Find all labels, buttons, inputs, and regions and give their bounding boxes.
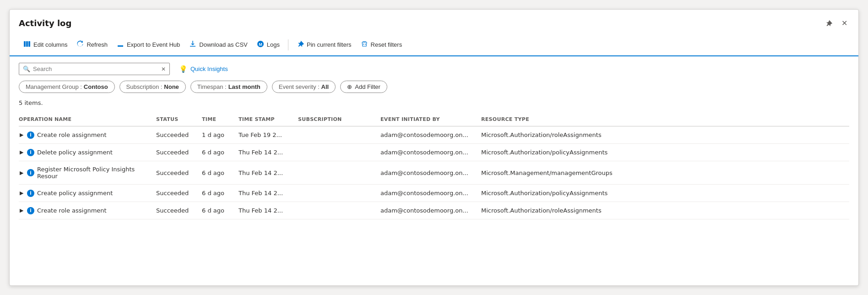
columns-icon <box>23 40 31 49</box>
cell-initiatedby: adam@contosodemoorg.on... <box>380 202 481 219</box>
cell-subscription <box>298 185 380 202</box>
cell-initiatedby: adam@contosodemoorg.on... <box>380 161 481 185</box>
cell-time: 1 d ago <box>202 126 239 144</box>
cell-status: Succeeded <box>156 144 202 161</box>
cell-time: 6 d ago <box>202 144 239 161</box>
download-button[interactable]: Download as CSV <box>184 38 252 52</box>
info-icon: i <box>27 169 34 176</box>
cell-time: 6 d ago <box>202 202 239 219</box>
toolbar: Edit columns Refresh Export to Event Hub… <box>10 35 858 56</box>
svg-rect-0 <box>24 41 26 47</box>
filters-row: Management Group : Contoso Subscription … <box>19 81 849 93</box>
table-row: ▶ i Create role assignment Succeeded 1 d… <box>19 126 849 144</box>
quick-insights-icon: 💡 <box>179 65 188 73</box>
cell-timestamp: Thu Feb 14 2... <box>239 161 298 185</box>
cell-subscription <box>298 126 380 144</box>
expand-row-button[interactable]: ▶ <box>19 207 24 214</box>
cell-opname: ▶ i Register Microsoft Policy Insights R… <box>19 161 156 185</box>
logs-button[interactable]: M Logs <box>252 38 284 52</box>
cell-status: Succeeded <box>156 202 202 219</box>
close-window-button[interactable]: ✕ <box>840 17 849 29</box>
download-icon <box>189 40 196 49</box>
toolbar-divider <box>288 39 288 50</box>
download-label: Download as CSV <box>199 41 248 48</box>
reset-icon <box>361 40 368 49</box>
page-title: Activity log <box>19 18 71 28</box>
expand-row-button[interactable]: ▶ <box>19 169 24 177</box>
filter-management-group[interactable]: Management Group : Contoso <box>19 81 115 93</box>
pin-icon <box>297 40 304 49</box>
search-icon: 🔍 <box>23 66 30 72</box>
cell-timestamp: Tue Feb 19 2... <box>239 126 298 144</box>
info-icon: i <box>27 207 34 214</box>
info-icon: i <box>27 149 34 156</box>
col-header-opname: OPERATION NAME <box>19 113 156 126</box>
cell-resourcetype: Microsoft.Authorization/roleAssignments <box>481 126 849 144</box>
svg-text:M: M <box>259 42 262 47</box>
col-header-initiatedby: EVENT INITIATED BY <box>380 113 481 126</box>
cell-status: Succeeded <box>156 126 202 144</box>
export-label: Export to Event Hub <box>127 41 180 48</box>
filter-value: All <box>321 83 329 90</box>
search-container: 🔍 ✕ <box>19 63 170 75</box>
cell-resourcetype: Microsoft.Authorization/policyAssignment… <box>481 144 849 161</box>
table-header-row: OPERATION NAME STATUS TIME TIME STAMP SU… <box>19 113 849 126</box>
logs-icon: M <box>257 40 264 49</box>
cell-time: 6 d ago <box>202 161 239 185</box>
cell-status: Succeeded <box>156 185 202 202</box>
col-header-status: STATUS <box>156 113 202 126</box>
main-content: 🔍 ✕ 💡 Quick Insights Management Group : … <box>10 56 858 226</box>
col-header-time: TIME <box>202 113 239 126</box>
filter-label: Subscription : <box>126 83 163 90</box>
cell-initiatedby: adam@contosodemoorg.on... <box>380 185 481 202</box>
expand-row-button[interactable]: ▶ <box>19 189 24 197</box>
reset-filters-button[interactable]: Reset filters <box>356 38 407 52</box>
col-header-subscription: SUBSCRIPTION <box>298 113 380 126</box>
search-input[interactable] <box>33 66 161 72</box>
cell-subscription <box>298 161 380 185</box>
cell-subscription <box>298 202 380 219</box>
operation-name: Create policy assignment <box>37 190 113 197</box>
reset-filters-label: Reset filters <box>371 41 402 48</box>
table-row: ▶ i Create policy assignment Succeeded 6… <box>19 185 849 202</box>
refresh-label: Refresh <box>87 41 108 48</box>
cell-resourcetype: Microsoft.Authorization/policyAssignment… <box>481 185 849 202</box>
title-bar: Activity log ✕ <box>10 10 858 35</box>
pin-filters-button[interactable]: Pin current filters <box>292 38 356 52</box>
operation-name: Create role assignment <box>37 131 107 138</box>
expand-row-button[interactable]: ▶ <box>19 148 24 156</box>
cell-resourcetype: Microsoft.Authorization/roleAssignments <box>481 202 849 219</box>
export-button[interactable]: Export to Event Hub <box>112 38 184 52</box>
table-row: ▶ i Delete policy assignment Succeeded 6… <box>19 144 849 161</box>
info-icon: i <box>27 190 34 197</box>
window-controls: ✕ <box>823 17 849 29</box>
cell-timestamp: Thu Feb 14 2... <box>239 144 298 161</box>
filter-value: None <box>164 83 179 90</box>
add-filter-button[interactable]: ⊕ Add Filter <box>340 81 387 93</box>
cell-opname: ▶ i Create role assignment <box>19 202 156 219</box>
activity-log-window: Activity log ✕ Edit columns Refresh <box>9 9 859 286</box>
filter-event-severity[interactable]: Event severity : All <box>272 81 336 93</box>
cell-initiatedby: adam@contosodemoorg.on... <box>380 144 481 161</box>
filter-label: Management Group : <box>26 83 82 90</box>
filter-timespan[interactable]: Timespan : Last month <box>190 81 267 93</box>
cell-time: 6 d ago <box>202 185 239 202</box>
cell-timestamp: Thu Feb 14 2... <box>239 202 298 219</box>
edit-columns-button[interactable]: Edit columns <box>19 38 72 52</box>
clear-search-icon[interactable]: ✕ <box>161 66 166 72</box>
cell-status: Succeeded <box>156 161 202 185</box>
table-row: ▶ i Register Microsoft Policy Insights R… <box>19 161 849 185</box>
pin-window-button[interactable] <box>823 18 834 29</box>
add-filter-label: Add Filter <box>355 83 380 90</box>
edit-columns-label: Edit columns <box>33 41 67 48</box>
info-icon: i <box>27 131 34 139</box>
expand-row-button[interactable]: ▶ <box>19 131 24 139</box>
filter-subscription[interactable]: Subscription : None <box>119 81 186 93</box>
cell-timestamp: Thu Feb 14 2... <box>239 185 298 202</box>
logs-label: Logs <box>267 41 280 48</box>
filter-label: Timespan : <box>197 83 227 90</box>
refresh-button[interactable]: Refresh <box>72 38 112 52</box>
cell-opname: ▶ i Delete policy assignment <box>19 144 156 161</box>
quick-insights-label: Quick Insights <box>190 66 228 72</box>
quick-insights-button[interactable]: 💡 Quick Insights <box>179 65 228 73</box>
